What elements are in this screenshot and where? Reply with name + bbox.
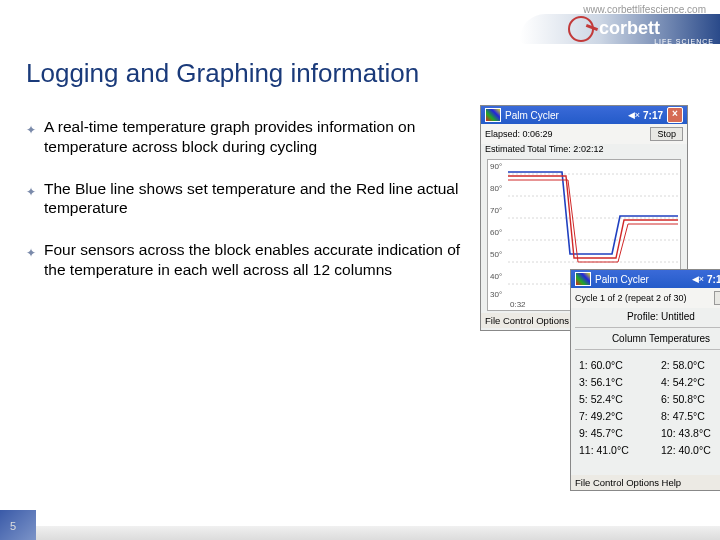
bullet-item: The Blue line shows set temperature and … <box>26 179 466 219</box>
titlebar: Palm Cycler ◀× 7:17 × <box>571 270 720 288</box>
table-row: 11: 41.0°C12: 40.0°C <box>579 444 720 456</box>
temps-grid: 1: 60.0°C2: 58.0°C 3: 56.1°C4: 54.2°C 5:… <box>571 352 720 463</box>
elapsed-label: Elapsed: 0:06:29 <box>485 129 553 139</box>
bullet-text: Four sensors across the block enables ac… <box>44 240 466 280</box>
footer-bar <box>36 526 720 540</box>
logo-icon <box>568 16 594 42</box>
bullet-icon <box>26 119 44 133</box>
set-line <box>508 172 678 254</box>
bullet-text: A real-time temperature graph provides i… <box>44 117 466 157</box>
table-row: 3: 56.1°C4: 54.2°C <box>579 376 720 388</box>
start-icon[interactable] <box>575 272 591 286</box>
estimated-time: Estimated Total Time: 2:02:12 <box>481 144 687 157</box>
temps-heading: Column Temperatures <box>571 330 720 347</box>
bullet-icon <box>26 242 44 256</box>
app-title: Palm Cycler <box>595 274 649 285</box>
brand-sub: LIFE SCIENCE <box>654 38 714 45</box>
divider <box>575 349 720 350</box>
start-icon[interactable] <box>485 108 501 122</box>
cycle-label: Cycle 1 of 2 (repeat 2 of 30) <box>575 293 687 303</box>
speaker-icon[interactable]: ◀× <box>692 274 704 284</box>
clock: 7:17 <box>643 110 663 121</box>
titlebar: Palm Cycler ◀× 7:17 × <box>481 106 687 124</box>
close-icon[interactable]: × <box>667 107 683 123</box>
table-row: 5: 52.4°C6: 50.8°C <box>579 393 720 405</box>
page-title: Logging and Graphing information <box>0 48 720 89</box>
page-number: 5 <box>10 520 16 532</box>
divider <box>575 327 720 328</box>
profile-label: Profile: Untitled <box>571 308 720 325</box>
table-row: 1: 60.0°C2: 58.0°C <box>579 359 720 371</box>
bullet-text: The Blue line shows set temperature and … <box>44 179 466 219</box>
bullet-list: A real-time temperature graph provides i… <box>26 117 480 302</box>
clock: 7:17 <box>707 274 720 285</box>
table-row: 9: 45.7°C10: 43.8°C <box>579 427 720 439</box>
table-row: 7: 49.2°C8: 47.5°C <box>579 410 720 422</box>
stop-button[interactable]: Stop <box>714 291 720 305</box>
header: www.corbettlifescience.com corbett LIFE … <box>0 0 720 48</box>
speaker-icon[interactable]: ◀× <box>628 110 640 120</box>
menubar[interactable]: File Control Options Help <box>571 475 720 490</box>
status-row: Elapsed: 0:06:29 Stop <box>481 124 687 144</box>
brand-name: corbett <box>599 18 660 39</box>
screenshots: Palm Cycler ◀× 7:17 × Elapsed: 0:06:29 S… <box>480 117 706 302</box>
bullet-item: A real-time temperature graph provides i… <box>26 117 466 157</box>
stop-button[interactable]: Stop <box>650 127 683 141</box>
app-title: Palm Cycler <box>505 110 559 121</box>
actual-line-2 <box>508 180 678 262</box>
logo: corbett LIFE SCIENCE <box>520 14 720 48</box>
body: A real-time temperature graph provides i… <box>0 89 720 302</box>
bullet-item: Four sensors across the block enables ac… <box>26 240 466 280</box>
window-temps: Palm Cycler ◀× 7:17 × Cycle 1 of 2 (repe… <box>570 269 720 491</box>
bullet-icon <box>26 181 44 195</box>
status-row: Cycle 1 of 2 (repeat 2 of 30) Stop <box>571 288 720 308</box>
corner-fold <box>0 510 36 540</box>
actual-line-1 <box>508 176 678 258</box>
slide: www.corbettlifescience.com corbett LIFE … <box>0 0 720 540</box>
